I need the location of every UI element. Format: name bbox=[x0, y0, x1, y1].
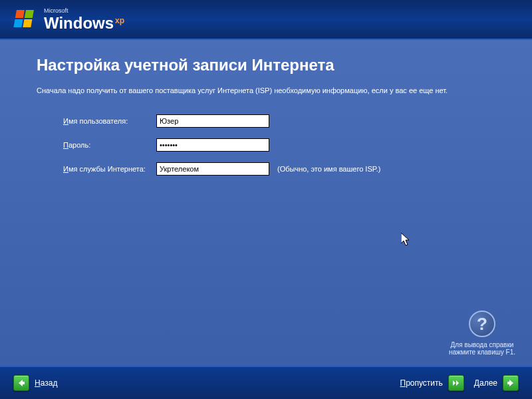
page-title: Настройка учетной записи Интернета bbox=[37, 56, 495, 74]
arrow-left-icon bbox=[13, 375, 29, 391]
help-line2: нажмите клавишу F1. bbox=[449, 348, 515, 356]
ms-label: Microsoft bbox=[44, 8, 124, 14]
arrow-right-icon bbox=[503, 375, 519, 391]
next-button[interactable]: Далее bbox=[474, 375, 519, 391]
svg-rect-3 bbox=[23, 19, 32, 27]
svg-rect-2 bbox=[13, 19, 23, 27]
isp-input[interactable] bbox=[156, 162, 269, 176]
svg-rect-0 bbox=[15, 10, 25, 18]
isp-hint: (Обычно, это имя вашего ISP.) bbox=[277, 165, 380, 173]
username-row: Имя пользователя: bbox=[63, 114, 495, 128]
svg-rect-1 bbox=[25, 10, 34, 18]
password-input[interactable] bbox=[156, 138, 269, 152]
product-title-block: Microsoft Windowsxp bbox=[44, 8, 124, 31]
windows-flag-icon bbox=[12, 6, 39, 33]
help-icon[interactable]: ? bbox=[469, 311, 495, 337]
footer: Назад Пропустить Далее bbox=[0, 366, 532, 399]
password-label: Пароль: bbox=[63, 141, 156, 149]
account-form: Имя пользователя: Пароль: Имя службы Инт… bbox=[63, 114, 495, 176]
username-input[interactable] bbox=[156, 114, 269, 128]
skip-button[interactable]: Пропустить bbox=[400, 375, 464, 391]
header: Microsoft Windowsxp bbox=[0, 0, 532, 40]
back-button[interactable]: Назад bbox=[13, 375, 57, 391]
cursor-icon bbox=[401, 233, 412, 247]
isp-label: Имя службы Интернета: bbox=[63, 165, 156, 173]
page-subtitle: Сначала надо получить от вашего поставщи… bbox=[37, 86, 495, 94]
product-name: Windowsxp bbox=[44, 15, 124, 31]
edition-label: xp bbox=[115, 17, 124, 25]
content-area: Настройка учетной записи Интернета Снача… bbox=[0, 40, 532, 366]
isp-row: Имя службы Интернета: (Обычно, это имя в… bbox=[63, 162, 495, 176]
help-line1: Для вывода справки bbox=[449, 341, 515, 348]
username-label: Имя пользователя: bbox=[63, 117, 156, 125]
help-block: ? Для вывода справки нажмите клавишу F1. bbox=[449, 311, 515, 356]
password-row: Пароль: bbox=[63, 138, 495, 152]
fast-forward-icon bbox=[448, 375, 464, 391]
